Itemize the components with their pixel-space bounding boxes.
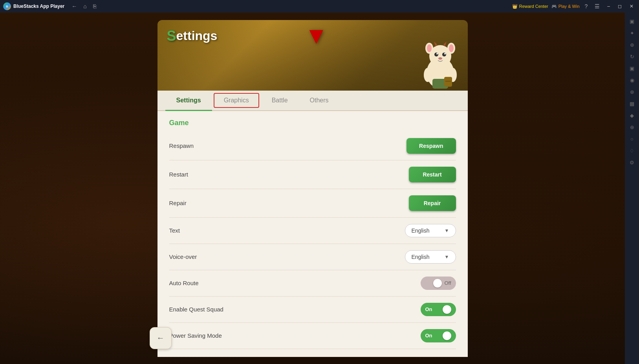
back-nav-button[interactable]: ←: [69, 2, 79, 11]
sidebar-icon-7[interactable]: ⊗: [626, 86, 637, 97]
home-nav-button[interactable]: ⌂: [81, 2, 89, 11]
voiceover-dropdown[interactable]: English ▼: [405, 250, 456, 264]
tab-settings[interactable]: Settings: [165, 91, 212, 110]
section-game-title: Game: [169, 119, 456, 129]
text-dropdown-arrow: ▼: [445, 228, 449, 233]
tab-battle[interactable]: Battle: [261, 91, 299, 110]
repair-label: Repair: [169, 200, 187, 206]
respawn-label: Respawn: [169, 142, 194, 149]
play-and-win-button[interactable]: 🎮 Play & Win: [551, 4, 580, 9]
settings-panel: Settings ▼: [157, 20, 468, 357]
tabs-container: Settings Graphics Battle Others: [157, 91, 468, 111]
sidebar-icon-9[interactable]: ◆: [626, 110, 637, 121]
sidebar-icon-12[interactable]: ♢: [626, 145, 637, 156]
app-name: BlueStacks App Player: [13, 4, 64, 9]
tab-graphics[interactable]: Graphics: [214, 93, 259, 108]
questsquad-toggle[interactable]: On: [421, 303, 456, 316]
reward-center-button[interactable]: 👑 Reward Center: [512, 4, 548, 9]
restore-button[interactable]: ◻: [615, 3, 624, 10]
svg-point-6: [434, 53, 438, 56]
right-sidebar: ▣ ✦ ⊕ ↻ ▣ ◉ ⊗ ▩ ◆ ⊕ ○ ♢ ⚙: [625, 13, 639, 364]
text-dropdown[interactable]: English ▼: [405, 224, 456, 237]
powersaving-label: Power Saving Mode: [169, 332, 222, 339]
questsquad-toggle-circle: [443, 305, 451, 314]
back-arrow-icon: ←: [157, 333, 165, 342]
svg-point-7: [442, 53, 446, 56]
voiceover-label: Voice-over: [169, 253, 197, 260]
back-button[interactable]: ←: [150, 327, 172, 349]
setting-row-powersaving: Power Saving Mode On: [169, 323, 456, 349]
settings-content: Game Respawn Respawn Restart Restart Rep…: [157, 111, 468, 357]
autoroute-toggle[interactable]: Off: [421, 277, 456, 290]
sidebar-icon-5[interactable]: ▣: [626, 63, 637, 74]
sidebar-icon-10[interactable]: ⊕: [626, 122, 637, 133]
setting-row-questsquad: Enable Quest Squad On: [169, 297, 456, 323]
voiceover-dropdown-arrow: ▼: [445, 254, 449, 260]
text-label: Text: [169, 227, 180, 234]
setting-row-voiceover: Voice-over English ▼: [169, 244, 456, 270]
setting-row-respawn: Respawn Respawn: [169, 132, 456, 160]
svg-point-5: [449, 44, 454, 52]
topbar: B BlueStacks App Player ← ⌂ ⎘ 👑 Reward C…: [0, 0, 639, 13]
svg-point-8: [436, 53, 438, 55]
restart-button[interactable]: Restart: [409, 167, 456, 182]
reward-label: Reward Center: [519, 4, 548, 9]
sidebar-icon-8[interactable]: ▩: [626, 98, 637, 109]
sidebar-icon-1[interactable]: ▣: [626, 16, 637, 27]
playnwin-label: Play & Win: [558, 4, 580, 9]
copy-nav-button[interactable]: ⎘: [91, 2, 99, 11]
sidebar-icon-3[interactable]: ⊕: [626, 39, 637, 50]
panel-title: Settings: [167, 28, 218, 44]
sidebar-icon-6[interactable]: ◉: [626, 75, 637, 86]
help-button[interactable]: ?: [583, 2, 590, 10]
sidebar-icon-gear[interactable]: ⚙: [626, 157, 637, 168]
title-rest: ettings: [176, 29, 218, 43]
sidebar-icon-11[interactable]: ○: [626, 133, 637, 144]
autoroute-toggle-label: Off: [444, 280, 451, 286]
powersaving-toggle[interactable]: On: [421, 329, 456, 342]
respawn-button[interactable]: Respawn: [406, 138, 456, 154]
tab-others[interactable]: Others: [299, 91, 340, 110]
main-content: Settings ▼: [0, 13, 625, 364]
panel-header: Settings ▼: [157, 20, 468, 91]
mascot-character: [421, 40, 460, 91]
app-logo: B BlueStacks App Player: [3, 2, 64, 10]
powersaving-toggle-label: On: [425, 333, 432, 339]
playnwin-icon: 🎮: [551, 4, 557, 9]
sidebar-icon-2[interactable]: ✦: [626, 27, 637, 38]
reward-icon: 👑: [512, 4, 518, 9]
setting-row-autoroute: Auto Route Off: [169, 270, 456, 297]
questsquad-label: Enable Quest Squad: [169, 306, 223, 313]
setting-row-text: Text English ▼: [169, 218, 456, 244]
title-s: S: [167, 28, 176, 44]
topbar-right: 👑 Reward Center 🎮 Play & Win ? ☰ – ◻ ✕: [512, 2, 636, 10]
voiceover-dropdown-value: English: [412, 254, 430, 260]
restart-label: Restart: [169, 171, 188, 178]
questsquad-toggle-label: On: [425, 306, 432, 312]
logo-icon: B: [3, 2, 11, 10]
setting-row-repair: Repair Repair: [169, 189, 456, 218]
svg-rect-14: [444, 77, 452, 87]
menu-button[interactable]: ☰: [593, 2, 602, 10]
topbar-nav: ← ⌂ ⎘: [69, 2, 98, 11]
autoroute-toggle-circle: [433, 279, 442, 288]
svg-point-10: [438, 57, 442, 60]
svg-point-12: [424, 68, 432, 82]
svg-point-9: [444, 53, 446, 55]
autoroute-label: Auto Route: [169, 280, 199, 286]
repair-button[interactable]: Repair: [409, 195, 456, 211]
setting-row-restart: Restart Restart: [169, 160, 456, 189]
close-button[interactable]: ✕: [627, 3, 636, 10]
minimize-button[interactable]: –: [605, 3, 612, 10]
powersaving-toggle-circle: [443, 331, 451, 340]
text-dropdown-value: English: [412, 228, 430, 234]
sidebar-icon-4[interactable]: ↻: [626, 51, 637, 62]
svg-point-3: [427, 44, 432, 52]
red-arrow-indicator: ▼: [305, 24, 328, 47]
svg-rect-15: [445, 81, 451, 82]
